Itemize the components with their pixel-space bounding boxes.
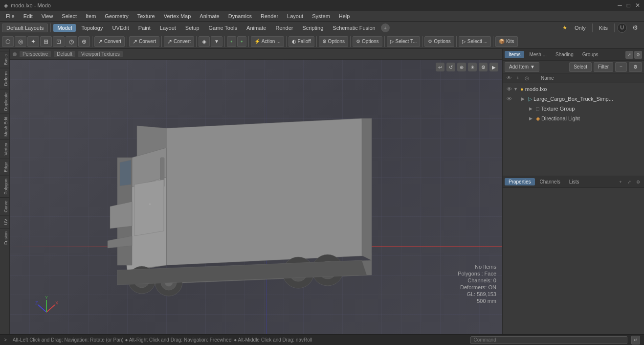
- menu-item-dynamics[interactable]: Dynamics: [224, 12, 256, 20]
- menu-item-animate[interactable]: Animate: [196, 12, 223, 20]
- items-settings-btn[interactable]: ⚙: [629, 62, 642, 72]
- falloff-button[interactable]: ◐ Falloff: [289, 36, 314, 47]
- sidebar-tab-deform[interactable]: Deform: [0, 68, 9, 89]
- panel-settings-btn[interactable]: ⚙: [634, 51, 642, 59]
- menu-item-layout[interactable]: Layout: [283, 12, 307, 20]
- nav-btn-2[interactable]: ↺: [446, 63, 455, 71]
- tool-shape-btn[interactable]: ◈: [199, 36, 210, 47]
- add-item-button[interactable]: Add Item ▼: [505, 62, 539, 72]
- tool-btn-5[interactable]: ⊡: [53, 36, 65, 47]
- tool-dot1[interactable]: ●: [227, 36, 236, 47]
- tool-arrow-btn[interactable]: ▼: [211, 36, 222, 47]
- menu-item-item[interactable]: Item: [82, 12, 100, 20]
- tab-mesh[interactable]: Mesh ...: [525, 51, 551, 58]
- tool-btn-3[interactable]: ✦: [27, 36, 39, 47]
- tab-layout[interactable]: Layout: [156, 24, 180, 32]
- expand-icon[interactable]: ▶: [529, 116, 536, 121]
- tab-animate[interactable]: Animate: [243, 24, 270, 32]
- convert-button-2[interactable]: ↗ Convert: [129, 36, 159, 47]
- kits-tool-button[interactable]: 📦 Kits: [495, 36, 518, 47]
- action-button[interactable]: ⚡ Action ...: [251, 36, 284, 47]
- kits-button[interactable]: Kits: [595, 24, 612, 32]
- nav-btn-1[interactable]: ↩: [436, 63, 444, 71]
- tool-btn-2[interactable]: ◎: [15, 36, 26, 47]
- options-button-1[interactable]: ⚙ Options: [319, 36, 348, 47]
- nav-btn-6[interactable]: ▶: [489, 63, 498, 71]
- tab-paint[interactable]: Paint: [134, 24, 155, 32]
- nav-btn-4[interactable]: ☀: [468, 63, 477, 71]
- selection-button[interactable]: ▷ Selecti ...: [459, 36, 491, 47]
- menu-item-render[interactable]: Render: [257, 12, 282, 20]
- panel-expand-btn[interactable]: ⤢: [625, 51, 633, 59]
- tab-channels[interactable]: Channels: [536, 178, 564, 185]
- tab-model[interactable]: Model: [53, 24, 76, 32]
- tab-uvedit[interactable]: UVEdit: [108, 24, 133, 32]
- expand-icon[interactable]: ▼: [513, 87, 520, 92]
- viewport-perspective[interactable]: Perspective: [20, 51, 51, 57]
- sidebar-tab-fusion[interactable]: Fusion: [0, 228, 9, 248]
- only-button[interactable]: Only: [571, 24, 590, 32]
- tab-topology[interactable]: Topology: [77, 24, 107, 32]
- menu-item-edit[interactable]: Edit: [20, 12, 37, 20]
- eye-icon[interactable]: 👁: [505, 94, 513, 103]
- options-button-2[interactable]: ⚙ Options: [353, 36, 382, 47]
- tool-dot2[interactable]: ●: [237, 36, 246, 47]
- options-button-3[interactable]: ⚙ Options: [424, 36, 454, 47]
- sidebar-tab-edge[interactable]: Edge: [0, 159, 9, 175]
- menu-item-vertex map[interactable]: Vertex Map: [160, 12, 195, 20]
- tab-groups[interactable]: Groups: [578, 51, 602, 58]
- viewport-texture[interactable]: Viewport Textures: [78, 51, 123, 57]
- tab-properties[interactable]: Properties: [505, 178, 535, 185]
- filter-button[interactable]: Filter: [594, 62, 613, 72]
- add-tab-btn[interactable]: +: [617, 178, 624, 186]
- settings-icon[interactable]: ⚙: [628, 23, 642, 32]
- viewport-shading[interactable]: Default: [54, 51, 75, 57]
- menu-item-system[interactable]: System: [308, 12, 334, 20]
- sidebar-tab-uv[interactable]: UV: [0, 215, 9, 228]
- tab-render[interactable]: Render: [271, 24, 297, 32]
- nav-btn-5[interactable]: ⚙: [479, 63, 488, 71]
- minimize-button[interactable]: ─: [618, 2, 622, 9]
- tab-lists[interactable]: Lists: [565, 178, 583, 185]
- layout-dropdown[interactable]: Default Layouts: [2, 23, 48, 32]
- tab-game-tools[interactable]: Game Tools: [205, 24, 242, 32]
- tree-item-root[interactable]: 👁 ▼ ● modo.lxo: [503, 84, 644, 94]
- convert-button-3[interactable]: ↗ Convert: [164, 36, 194, 47]
- tree-item-truck[interactable]: 👁 ▶ ▷ Large_Cargo_Box_Truck_Simp...: [503, 94, 644, 104]
- sidebar-tab-curve[interactable]: Curve: [0, 197, 9, 215]
- command-input[interactable]: [470, 336, 627, 344]
- menu-item-select[interactable]: Select: [58, 12, 81, 20]
- tree-item-light[interactable]: ▶ ◈ Directional Light: [503, 114, 644, 123]
- menu-item-geometry[interactable]: Geometry: [101, 12, 132, 20]
- sidebar-tab-polygon[interactable]: Polygon: [0, 175, 9, 198]
- tool-btn-4[interactable]: ⊞: [40, 36, 52, 47]
- expand-icon[interactable]: ▶: [529, 106, 536, 111]
- items-minus-btn[interactable]: −: [615, 62, 627, 72]
- tab-items[interactable]: Items: [505, 51, 524, 58]
- menu-item-texture[interactable]: Texture: [133, 12, 159, 20]
- add-layout-button[interactable]: +: [381, 23, 390, 32]
- tool-btn-6[interactable]: ◷: [66, 36, 77, 47]
- sidebar-tab-mesh-edit[interactable]: Mesh Edit: [0, 114, 9, 139]
- expand-icon[interactable]: ▶: [521, 96, 528, 101]
- tab-shading[interactable]: Shading: [552, 51, 577, 58]
- select-tool-button[interactable]: ▷ Select T...: [387, 36, 421, 47]
- tool-btn-1[interactable]: ⬡: [2, 36, 14, 47]
- tab-schematic[interactable]: Schematic Fusion: [329, 24, 379, 32]
- close-button[interactable]: ✕: [635, 2, 640, 9]
- sidebar-tab-duplicate[interactable]: Duplicate: [0, 89, 9, 114]
- viewport-canvas[interactable]: ↩ ↺ ⊕ ☀ ⚙ ▶ No Items Polygons : Face Cha…: [10, 60, 502, 334]
- menu-item-view[interactable]: View: [38, 12, 57, 20]
- props-settings-btn[interactable]: ⚙: [634, 178, 642, 186]
- tab-scripting[interactable]: Scripting: [299, 24, 328, 32]
- menu-item-file[interactable]: File: [2, 12, 19, 20]
- eye-icon[interactable]: 👁: [505, 85, 513, 93]
- menu-item-help[interactable]: Help: [335, 12, 354, 20]
- sidebar-tab-basic[interactable]: Basic: [0, 51, 9, 68]
- unreal-icon[interactable]: U: [617, 23, 627, 33]
- tree-item-texture[interactable]: ▶ □ Texture Group: [503, 104, 644, 114]
- maximize-button[interactable]: □: [627, 2, 630, 9]
- tab-setup[interactable]: Setup: [181, 24, 203, 32]
- expand-props-btn[interactable]: ⤢: [625, 178, 633, 186]
- nav-btn-3[interactable]: ⊕: [457, 63, 466, 71]
